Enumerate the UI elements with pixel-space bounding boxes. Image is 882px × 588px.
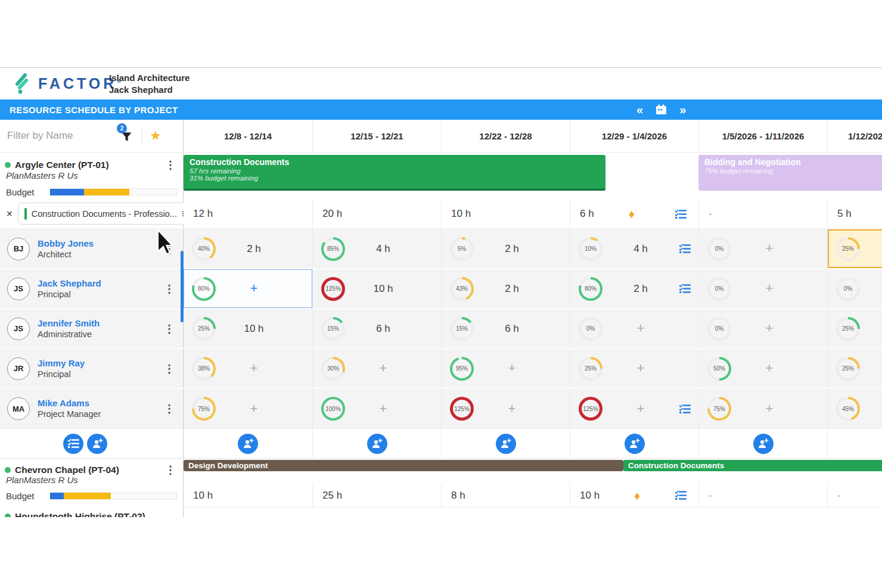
- utilization-donut[interactable]: 80%: [192, 277, 216, 301]
- utilization-donut[interactable]: 125%: [321, 277, 345, 301]
- utilization-donut[interactable]: 125%: [450, 397, 474, 421]
- utilization-donut[interactable]: 0%: [707, 237, 731, 261]
- resource-name[interactable]: Jack Shephard: [38, 278, 154, 289]
- allocation-cell[interactable]: 0%+: [698, 309, 827, 348]
- allocation-cell[interactable]: 25%: [827, 309, 882, 348]
- utilization-donut[interactable]: 25%: [579, 357, 603, 381]
- resource-name[interactable]: Mike Adams: [38, 397, 154, 409]
- allocation-cell[interactable]: 25%+: [570, 349, 698, 388]
- utilization-donut[interactable]: 125%: [579, 397, 603, 421]
- allocation-cell[interactable]: 0%+: [570, 309, 698, 348]
- allocation-cell[interactable]: 125%+: [570, 389, 698, 428]
- add-allocation-icon[interactable]: +: [766, 401, 774, 416]
- add-allocation-icon[interactable]: +: [637, 360, 645, 375]
- utilization-donut[interactable]: 25%: [836, 317, 860, 341]
- totals-cell[interactable]: 10 h♦: [570, 484, 698, 507]
- totals-cell[interactable]: 8 h: [441, 484, 570, 507]
- totals-cell[interactable]: 5 h: [827, 198, 882, 229]
- phase-bar[interactable]: Construction Documents: [623, 460, 882, 471]
- add-person-button[interactable]: [87, 434, 107, 454]
- chip-close-icon[interactable]: ✕: [6, 209, 13, 219]
- resource-name[interactable]: Bobby Jones: [38, 238, 154, 249]
- add-allocation-icon[interactable]: +: [250, 401, 258, 416]
- utilization-donut[interactable]: 95%: [450, 357, 474, 381]
- allocation-cell[interactable]: 125%+: [441, 389, 570, 428]
- checklist-icon[interactable]: [675, 209, 687, 219]
- phase-filter-chip[interactable]: Construction Documents - Professio...≡: [18, 203, 195, 225]
- next-weeks-icon[interactable]: »: [679, 104, 686, 116]
- utilization-donut[interactable]: 0%: [836, 277, 860, 301]
- add-allocation-icon[interactable]: +: [508, 401, 516, 416]
- utilization-donut[interactable]: 38%: [192, 357, 216, 381]
- add-person-week-button[interactable]: [496, 434, 516, 454]
- allocation-cell[interactable]: 100%+: [312, 389, 441, 428]
- resource-name[interactable]: Jennifer Smith: [38, 318, 154, 329]
- totals-cell[interactable]: 10 h: [441, 198, 570, 229]
- phase-bar[interactable]: Construction Documents57 hrs remaining31…: [184, 155, 605, 191]
- add-allocation-icon[interactable]: +: [637, 401, 645, 416]
- add-person-week-button[interactable]: [367, 434, 387, 454]
- add-person-week-button[interactable]: [238, 434, 258, 454]
- phase-bar[interactable]: Design Development: [184, 460, 623, 471]
- totals-cell[interactable]: 25 h: [312, 484, 441, 507]
- phase-bar[interactable]: Bidding and Negotiation75% budget remain…: [698, 155, 882, 191]
- allocation-cell[interactable]: 15%6 h: [441, 309, 570, 348]
- allocation-cell[interactable]: 43%2 h: [441, 269, 570, 308]
- totals-cell[interactable]: 20 h: [312, 198, 441, 229]
- checklist-icon[interactable]: [675, 490, 687, 500]
- checklist-icon[interactable]: [679, 284, 691, 294]
- totals-cell[interactable]: 6 h♦: [570, 198, 698, 229]
- utilization-donut[interactable]: 25%: [836, 357, 860, 381]
- filter-by-name-input[interactable]: [0, 129, 113, 142]
- allocation-cell[interactable]: 75%+: [184, 389, 312, 428]
- allocation-cell[interactable]: 30%+: [312, 349, 441, 388]
- allocation-cell[interactable]: 0%: [827, 269, 882, 308]
- utilization-donut[interactable]: 75%: [192, 397, 216, 421]
- utilization-donut[interactable]: 30%: [321, 357, 345, 381]
- allocation-cell[interactable]: 0%+: [698, 229, 827, 268]
- utilization-donut[interactable]: 25%: [192, 317, 216, 341]
- allocation-cell[interactable]: 50%+: [698, 349, 827, 388]
- utilization-donut[interactable]: 10%: [579, 237, 603, 261]
- allocation-cell[interactable]: 38%+: [184, 349, 312, 388]
- resource-kebab-menu[interactable]: ⋮: [162, 242, 177, 256]
- filter-funnel-button[interactable]: 2: [122, 128, 135, 144]
- add-allocation-icon[interactable]: +: [637, 321, 645, 335]
- project-kebab-menu[interactable]: ⋮: [163, 463, 178, 477]
- allocation-cell[interactable]: 85%4 h: [312, 229, 441, 268]
- allocation-cell[interactable]: 0%+: [698, 269, 827, 308]
- utilization-donut[interactable]: 80%: [579, 277, 603, 301]
- utilization-donut[interactable]: 75%: [707, 397, 731, 421]
- sidebar-scrollbar-thumb[interactable]: [181, 251, 184, 322]
- utilization-donut[interactable]: 100%: [321, 397, 345, 421]
- totals-cell[interactable]: -: [698, 484, 827, 507]
- add-allocation-icon[interactable]: +: [250, 360, 258, 375]
- allocation-cell[interactable]: 80%+: [184, 269, 312, 308]
- allocation-cell[interactable]: 25%: [827, 229, 882, 268]
- totals-cell[interactable]: -: [698, 198, 827, 229]
- add-allocation-icon[interactable]: +: [766, 321, 774, 335]
- utilization-donut[interactable]: 15%: [321, 317, 345, 341]
- add-person-week-button[interactable]: [753, 434, 774, 454]
- totals-cell[interactable]: -: [827, 484, 882, 507]
- add-allocation-icon[interactable]: +: [766, 360, 774, 375]
- allocation-cell[interactable]: 125%10 h: [312, 269, 441, 308]
- utilization-donut[interactable]: 25%: [836, 237, 860, 261]
- utilization-donut[interactable]: 15%: [450, 317, 474, 341]
- project-kebab-menu[interactable]: ⋮: [163, 158, 178, 172]
- totals-cell[interactable]: 12 h: [184, 198, 312, 229]
- favorites-star-icon[interactable]: ★: [150, 129, 162, 142]
- allocation-cell[interactable]: 80%2 h: [570, 269, 698, 308]
- utilization-donut[interactable]: 0%: [579, 317, 603, 341]
- resource-kebab-menu[interactable]: ⋮: [162, 282, 177, 295]
- allocation-cell[interactable]: 25%: [827, 349, 882, 388]
- prev-weeks-icon[interactable]: «: [636, 104, 643, 116]
- allocation-cell[interactable]: 15%6 h: [312, 309, 441, 348]
- resource-kebab-menu[interactable]: ⋮: [162, 322, 177, 335]
- allocation-cell[interactable]: 40%2 h: [184, 229, 312, 268]
- add-allocation-icon[interactable]: +: [250, 281, 258, 295]
- utilization-donut[interactable]: 85%: [321, 237, 345, 261]
- add-person-week-button[interactable]: [625, 434, 645, 454]
- resource-kebab-menu[interactable]: ⋮: [162, 362, 177, 375]
- allocation-cell[interactable]: 25%10 h: [184, 309, 312, 348]
